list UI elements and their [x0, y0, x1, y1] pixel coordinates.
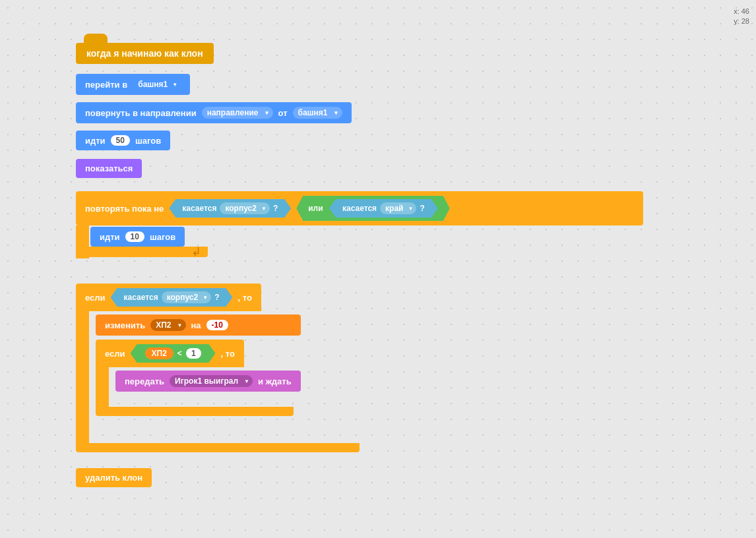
move1-block[interactable]: идти 50 шагов — [76, 131, 170, 150]
sensing1-block[interactable]: касается корпус2 ▼ ? — [169, 199, 291, 218]
sensing2-block[interactable]: касается край ▼ ? — [329, 199, 438, 218]
repeat-prefix: повторять пока не — [85, 204, 164, 214]
x-coord: х: 46 — [734, 7, 749, 16]
if-block[interactable]: если касается корпус2 ▼ ? , то изменить … — [76, 284, 360, 452]
operator-value[interactable]: 1 — [186, 348, 201, 359]
broadcast-prefix: передать — [125, 376, 164, 386]
var-oval: ХП2 — [145, 347, 173, 359]
change-var-connector: на — [191, 320, 201, 330]
move1-prefix: идти — [85, 136, 106, 146]
move2-suffix: шагов — [150, 232, 175, 242]
if2-prefix: если — [105, 349, 125, 359]
goto-block[interactable]: перейти в башня1 — [76, 74, 190, 95]
if-sensing-block[interactable]: касается корпус2 ▼ ? — [111, 288, 233, 307]
turn-label: повернуть в направлении — [85, 108, 197, 118]
goto-target-dropdown[interactable]: башня1 — [133, 78, 181, 90]
if-prefix: если — [85, 293, 106, 303]
change-var-prefix: изменить — [105, 320, 145, 330]
turn-block[interactable]: повернуть в направлении направление ▼ от… — [76, 102, 352, 123]
operator-symbol: < — [177, 349, 182, 358]
delete-clone-label: удалить клон — [85, 473, 142, 483]
or-block: или касается край ▼ ? — [296, 196, 450, 221]
if2-block[interactable]: если ХП2 < 1 , то — [96, 340, 301, 416]
sensing2-dropdown[interactable]: край ▼ — [380, 202, 416, 214]
y-coord: у: 28 — [734, 16, 749, 26]
if-suffix: , то — [237, 293, 251, 303]
sensing1-dropdown[interactable]: корпус2 ▼ — [220, 202, 269, 214]
direction-dropdown[interactable]: направление ▼ — [202, 107, 273, 119]
repeat-until-block[interactable]: повторять пока не касается корпус2 ▼ ? и… — [76, 191, 643, 257]
broadcast-suffix: и ждать — [258, 376, 292, 386]
if2-suffix: , то — [221, 349, 235, 359]
change-var-value[interactable]: -10 — [206, 320, 228, 330]
show-label: показаться — [85, 164, 133, 173]
loop-arrow-icon: ↲ — [191, 245, 201, 259]
broadcast-block[interactable]: передать Игрок1 выиграл ▼ и ждать — [115, 371, 301, 392]
move1-steps[interactable]: 50 — [111, 135, 130, 146]
move1-suffix: шагов — [135, 136, 161, 146]
scratch-workspace: х: 46 у: 28 когда я начинаю как клон пер… — [0, 0, 756, 538]
goto-label: перейти в — [85, 80, 127, 90]
turn-target-dropdown[interactable]: башня1 ▼ — [293, 107, 342, 119]
coordinates: х: 46 у: 28 — [734, 7, 749, 27]
hat-block[interactable]: когда я начинаю как клон — [76, 43, 214, 64]
move2-prefix: идти — [100, 232, 120, 242]
if-sensing-dropdown[interactable]: корпус2 ▼ — [162, 291, 211, 303]
broadcast-dropdown[interactable]: Игрок1 выиграл ▼ — [170, 375, 253, 387]
move2-steps[interactable]: 10 — [125, 231, 144, 242]
turn-from: от — [278, 108, 288, 118]
move2-block[interactable]: идти 10 шагов — [90, 225, 643, 247]
operator-block[interactable]: ХП2 < 1 — [131, 344, 216, 363]
change-var-block[interactable]: изменить ХП2 ▼ на -10 — [96, 314, 301, 336]
var-dropdown[interactable]: ХП2 ▼ — [150, 319, 185, 331]
show-block[interactable]: показаться — [76, 159, 142, 178]
hat-label: когда я начинаю как клон — [86, 48, 203, 59]
delete-clone-block[interactable]: удалить клон — [76, 468, 152, 487]
